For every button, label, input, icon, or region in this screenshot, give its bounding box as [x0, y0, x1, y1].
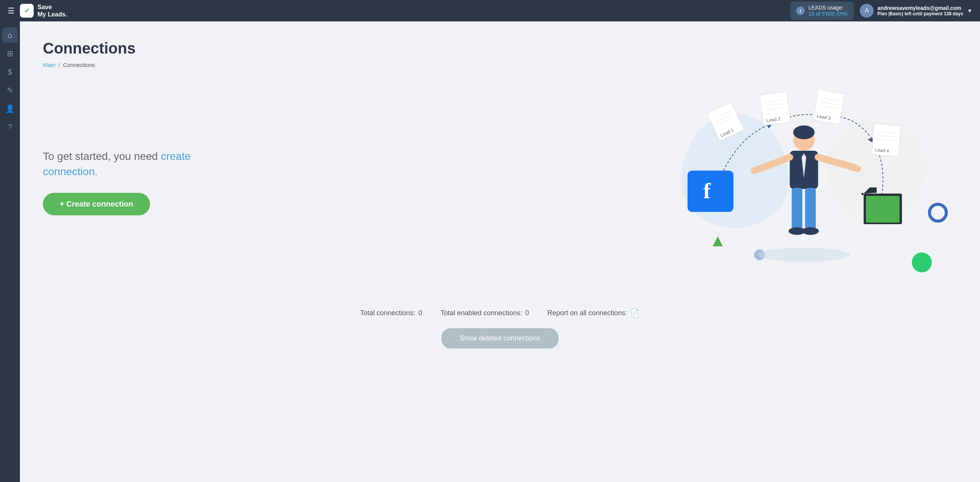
blob-right — [827, 121, 926, 228]
stat-total-connections: Total connections: 0 — [360, 309, 422, 317]
page-title: Connections — [43, 40, 957, 57]
total-enabled-label: Total enabled connections: — [441, 309, 522, 317]
sidebar-item-profile[interactable]: 👤 — [2, 101, 18, 116]
svg-marker-1 — [823, 114, 830, 122]
svg-line-18 — [819, 106, 836, 109]
sidebar-item-help[interactable]: ? — [2, 119, 18, 135]
illustration: Lead 1 Lead 2 Lead 3 — [651, 90, 957, 274]
svg-marker-38 — [713, 236, 723, 246]
svg-line-16 — [821, 98, 840, 101]
svg-rect-29 — [805, 188, 816, 230]
leads-count: 15 of 5'000 (0%) — [808, 11, 848, 17]
svg-point-31 — [802, 227, 819, 235]
breadcrumb-current: Connections — [63, 62, 95, 68]
tagline: To get started, you need create connecti… — [43, 149, 234, 179]
breadcrumb: Main / Connections — [43, 62, 957, 68]
total-enabled-value: 0 — [525, 309, 529, 317]
logo-text: Save My Leads. — [38, 3, 67, 18]
create-connection-button[interactable]: + Create connection — [43, 193, 150, 215]
blob-left — [681, 113, 789, 228]
user-plan: Plan |Basic| left until payment 138 days — [877, 11, 963, 16]
navbar-left: ☰ ✓ Save My Leads. — [8, 3, 67, 18]
user-info[interactable]: A andrewsavemyleads@gmail.com Plan |Basi… — [860, 4, 972, 18]
tagline-static: To get started, you need — [43, 150, 158, 162]
svg-point-42 — [758, 248, 850, 262]
stat-total-enabled: Total enabled connections: 0 — [441, 309, 529, 317]
svg-line-13 — [766, 107, 783, 110]
sidebar-item-billing[interactable]: $ — [2, 64, 18, 80]
svg-rect-14 — [813, 90, 845, 124]
leads-label: LEADS usage: — [808, 5, 848, 11]
svg-point-30 — [789, 227, 805, 235]
user-avatar: A — [860, 4, 874, 18]
logo-checkmark: ✓ — [24, 7, 30, 15]
svg-text:Lead 2: Lead 2 — [766, 116, 781, 123]
bottom-stats: Total connections: 0 Total enabled conne… — [43, 308, 957, 318]
hamburger-menu[interactable]: ☰ — [8, 6, 15, 15]
main-content: Connections Main / Connections To get st… — [20, 21, 980, 482]
breadcrumb-main-link[interactable]: Main — [43, 62, 56, 68]
svg-text:Lead 3: Lead 3 — [816, 113, 831, 121]
user-email: andrewsavemyleads@gmail.com — [877, 5, 963, 11]
report-icon[interactable]: 📄 — [630, 308, 640, 318]
sidebar-item-templates[interactable]: ✎ — [2, 83, 18, 98]
navbar-right: i LEADS usage: 15 of 5'000 (0%) A andrew… — [790, 2, 972, 20]
svg-marker-27 — [802, 153, 806, 178]
breadcrumb-separator: / — [59, 62, 60, 68]
left-panel: To get started, you need create connecti… — [43, 149, 234, 215]
content-area: To get started, you need create connecti… — [43, 86, 957, 278]
stat-report: Report on all connections: 📄 — [547, 308, 640, 318]
total-connections-value: 0 — [418, 309, 422, 317]
svg-rect-28 — [792, 188, 802, 230]
report-label: Report on all connections: — [547, 309, 627, 317]
svg-rect-26 — [790, 151, 818, 189]
show-deleted-button[interactable]: Show deleted connections — [441, 328, 559, 348]
svg-rect-9 — [760, 92, 791, 126]
svg-point-25 — [793, 125, 815, 139]
svg-point-40 — [912, 252, 932, 272]
leads-usage-badge: i LEADS usage: 15 of 5'000 (0%) — [790, 2, 854, 20]
svg-line-11 — [764, 100, 784, 103]
svg-point-39 — [754, 249, 765, 260]
navbar: ☰ ✓ Save My Leads. i LEADS usage: 15 of … — [0, 0, 980, 21]
sidebar: ⌂ ⊞ $ ✎ 👤 ? — [0, 21, 20, 482]
user-details: andrewsavemyleads@gmail.com Plan |Basic|… — [877, 5, 963, 16]
sidebar-item-connections[interactable]: ⊞ — [2, 46, 18, 61]
svg-point-24 — [793, 129, 815, 151]
sidebar-item-home[interactable]: ⌂ — [2, 28, 18, 43]
info-icon: i — [796, 7, 805, 15]
svg-line-12 — [765, 104, 784, 106]
total-connections-label: Total connections: — [360, 309, 415, 317]
user-dropdown-icon[interactable]: ▼ — [967, 8, 972, 14]
svg-point-41 — [929, 204, 946, 221]
logo-icon: ✓ — [20, 4, 34, 18]
svg-line-17 — [820, 102, 839, 105]
logo: ✓ Save My Leads. — [20, 3, 67, 18]
